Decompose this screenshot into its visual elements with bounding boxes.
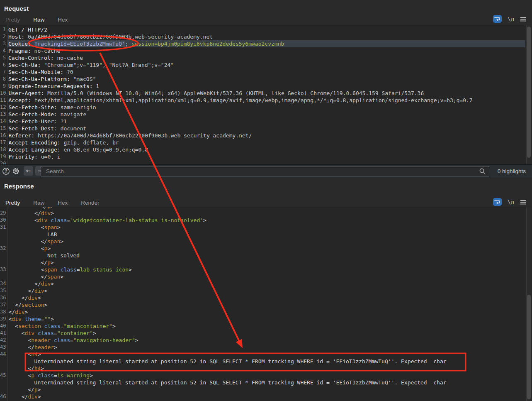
word-wrap-toggle[interactable] [493,198,502,206]
code-line: 11Accept: text/html,application/xhtml+xm… [0,97,532,104]
response-scrollbar-thumb[interactable] [527,295,531,399]
line-number: 39 [0,315,7,323]
show-newlines-toggle[interactable]: \n [508,16,514,22]
code-line: 17Accept-Encoding: gzip, deflate, br [0,139,532,146]
line-number: 42 [0,337,7,344]
line-number [0,273,7,280]
line-number: 15 [0,125,7,132]
code-line: Unterminated string literal started at p… [0,379,532,386]
line-number: 36 [0,294,7,301]
settings-gear-icon[interactable] [12,167,20,175]
line-number: 8 [0,76,7,83]
line-number: 5 [0,54,7,61]
line-number [0,238,7,245]
code-line: </h4> [0,365,532,372]
code-line: 14Sec-Fetch-User: ?1 [0,118,532,125]
line-number: 35 [0,287,7,294]
code-line: 2Host: 0a7400d704d68bf7806cb22700f9003b.… [0,33,532,40]
line-number: 32 [0,245,7,252]
line-number: 46 [0,393,7,400]
code-line: 30 <div class='widgetcontainer-lab-statu… [0,217,532,224]
code-line: 9Upgrade-Insecure-Requests: 1 [0,83,532,90]
code-line: 36 </div> [0,294,532,301]
search-input[interactable] [41,166,489,176]
code-line: 7Sec-Ch-Ua-Mobile: ?0 [0,68,532,76]
line-number: 9 [0,83,7,90]
code-line: 1GET / HTTP/2 [0,26,532,33]
response-editor[interactable]: </p>29 </div>30 <div class='widgetcontai… [0,207,532,401]
code-line: 42 <header class="navigation-header"> [0,337,532,344]
code-line: 37 </section> [0,301,532,308]
code-line: 44 <h4> [0,351,532,358]
response-code: </p>29 </div>30 <div class='widgetcontai… [0,207,532,400]
search-magnifier-icon [479,168,486,175]
code-line: 40 <section class="maincontainer"> [0,323,532,330]
request-editor[interactable]: 1GET / HTTP/22Host: 0a7400d704d68bf7806c… [0,25,532,164]
line-number: 43 [0,344,7,351]
code-line: 6Sec-Ch-Ua: "Chromium";v="119", "Not?A_B… [0,61,532,68]
line-number: 12 [0,104,7,111]
line-number: 45 [0,372,7,379]
line-number [0,259,7,266]
line-number: 29 [0,210,7,217]
code-line: 18Accept-Language: en-GB,en-US;q=0.9,en;… [0,146,532,153]
code-line: </span> [0,273,532,280]
line-number: 1 [0,26,7,33]
code-line: 45 <p class=is-warning> [0,372,532,379]
line-number: 18 [0,146,7,153]
line-number: 14 [0,118,7,125]
code-line: 20 [0,160,532,164]
code-line: 4Pragma: no-cache [0,47,532,54]
line-number: 20 [0,160,7,164]
highlights-count: 0 highlights [498,168,526,174]
code-line: 33 <span class=lab-status-icon> [0,266,532,273]
request-code: 1GET / HTTP/22Host: 0a7400d704d68bf7806c… [0,25,532,164]
line-number [0,365,7,372]
response-toolbar: \n [493,198,526,206]
response-title: Response [4,183,34,190]
code-line: 41 <div class="container"> [0,330,532,337]
code-line: </p> [0,259,532,266]
line-number: 37 [0,301,7,308]
line-number: 16 [0,132,7,139]
code-line: 10User-Agent: Mozilla/5.0 (Windows NT 10… [0,90,532,97]
request-panel: Request PrettyRawHex \n 1GET / HTTP/22Ho… [0,0,532,164]
word-wrap-toggle[interactable] [493,15,502,23]
code-line: Not solved [0,252,532,259]
line-number [0,386,7,393]
code-line: 34 </div> [0,280,532,287]
line-number: 31 [0,224,7,231]
code-line: 38</div> [0,308,532,315]
word-wrap-icon [493,199,501,205]
word-wrap-icon [493,16,501,22]
response-panel: Response PrettyRawHexRender \n </p>29 </… [0,177,532,401]
previous-match-button[interactable]: ← [24,166,33,176]
line-number: 44 [0,351,7,358]
show-newlines-toggle[interactable]: \n [508,199,514,205]
code-line: Unterminated string literal started at p… [0,358,532,365]
line-number: 10 [0,90,7,97]
editor-menu-icon[interactable] [520,199,526,205]
code-line: </span> [0,238,532,245]
code-line: 19Priority: u=0, i [0,153,532,160]
code-line: </p> [0,386,532,393]
request-toolbar: \n [493,15,526,23]
code-line: 29 </div> [0,210,532,217]
request-scrollbar-thumb[interactable] [527,27,531,158]
editor-menu-icon[interactable] [520,16,526,22]
code-line: 13Sec-Fetch-Mode: navigate [0,111,532,118]
line-number: 34 [0,280,7,287]
line-number: 6 [0,61,7,68]
line-number: 33 [0,266,7,273]
line-number: 40 [0,323,7,330]
line-number: 13 [0,111,7,118]
line-number: 30 [0,217,7,224]
line-number: 11 [0,97,7,104]
code-line: 31 <span> [0,224,532,231]
code-line: 16Referer: https://0a7400d704d68bf7806cb… [0,132,532,139]
help-icon[interactable]: ? [2,167,10,175]
code-line: 35 </div> [0,287,532,294]
code-line: 12Sec-Fetch-Site: same-origin [0,104,532,111]
code-line: 39<div theme=""> [0,315,532,323]
line-number [0,252,7,259]
